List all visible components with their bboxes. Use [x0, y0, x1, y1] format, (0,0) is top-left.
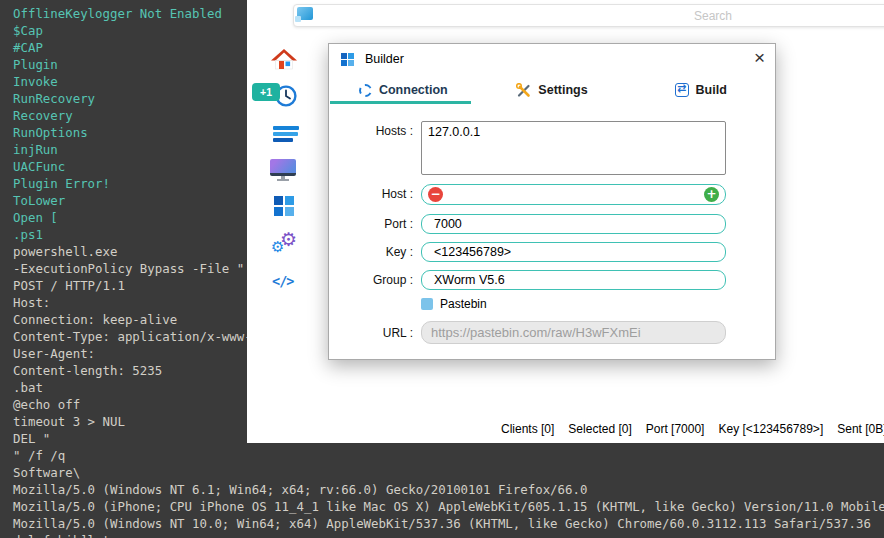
key-input[interactable] [421, 242, 726, 262]
code-icon: </> [272, 273, 293, 289]
status-item: Key [<123456789>] [718, 422, 823, 436]
status-bar: Clients [0]Selected [0]Port [7000]Key [<… [494, 415, 884, 443]
close-icon[interactable]: × [754, 46, 765, 70]
monitor-icon [270, 159, 296, 181]
sidebar-item-tasks[interactable] [273, 126, 299, 144]
console-line: " /f /q [13, 447, 884, 464]
add-host-button[interactable]: + [704, 187, 719, 202]
url-input[interactable] [421, 321, 726, 344]
sidebar-item-screens[interactable] [270, 159, 296, 181]
status-item: Selected [0] [568, 422, 631, 436]
pastebin-checkbox[interactable] [421, 298, 433, 310]
console-line: Mozilla/5.0 (iPhone; CPU iPhone OS 11_4_… [13, 498, 884, 515]
console-line: Software\ [13, 464, 884, 481]
sidebar-item-recent[interactable]: +1 [247, 0, 307, 115]
dialog-tabs: Connection Settings ⇄ Build [329, 78, 775, 102]
search-input[interactable] [293, 4, 884, 27]
hosts-label: Hosts : [329, 124, 413, 138]
tools-icon [516, 83, 531, 98]
tab-settings[interactable]: Settings [478, 78, 627, 102]
host-label: Host : [329, 187, 413, 201]
url-label: URL : [329, 326, 413, 340]
tab-settings-label: Settings [538, 83, 587, 97]
sync-circle-icon [359, 84, 372, 97]
pastebin-label: Pastebin [440, 297, 487, 311]
port-label: Port : [329, 217, 413, 231]
notification-badge: +1 [252, 83, 280, 101]
tab-build[interactable]: ⇄ Build [626, 78, 775, 102]
bars-icon [273, 126, 299, 142]
console-line: Mozilla/5.0 (Windows NT 6.1; Win64; x64;… [13, 481, 884, 498]
status-item: Clients [0] [501, 422, 554, 436]
group-label: Group : [329, 273, 413, 287]
tab-connection[interactable]: Connection [329, 78, 478, 102]
port-input[interactable] [421, 214, 726, 234]
tab-build-label: Build [696, 83, 727, 97]
builder-dialog: Builder × Connection Settings ⇄ Build Ho… [328, 43, 776, 360]
key-label: Key : [329, 245, 413, 259]
blocks-icon [274, 196, 294, 216]
active-tab-underline [330, 101, 471, 104]
hosts-textarea[interactable]: 127.0.0.1 [421, 121, 726, 175]
dialog-title: Builder [365, 52, 404, 66]
sidebar-item-settings[interactable]: ⚙ ⚙ [271, 231, 297, 259]
status-item: Sent [0B] [837, 422, 884, 436]
builder-logo-icon [341, 53, 354, 66]
sidebar-item-code[interactable]: </> [272, 272, 293, 290]
console-line: Mozilla/5.0 (Windows NT 10.0; Win64; x64… [13, 515, 884, 532]
remove-host-button[interactable]: − [428, 187, 443, 202]
group-input[interactable] [421, 270, 726, 290]
sidebar-item-modules[interactable] [274, 196, 294, 216]
status-item: Port [7000] [646, 422, 705, 436]
console-line: del f.bik]l t [13, 532, 884, 538]
host-input[interactable]: − + [421, 184, 726, 205]
transfer-icon: ⇄ [675, 83, 689, 97]
tab-connection-label: Connection [379, 83, 448, 97]
